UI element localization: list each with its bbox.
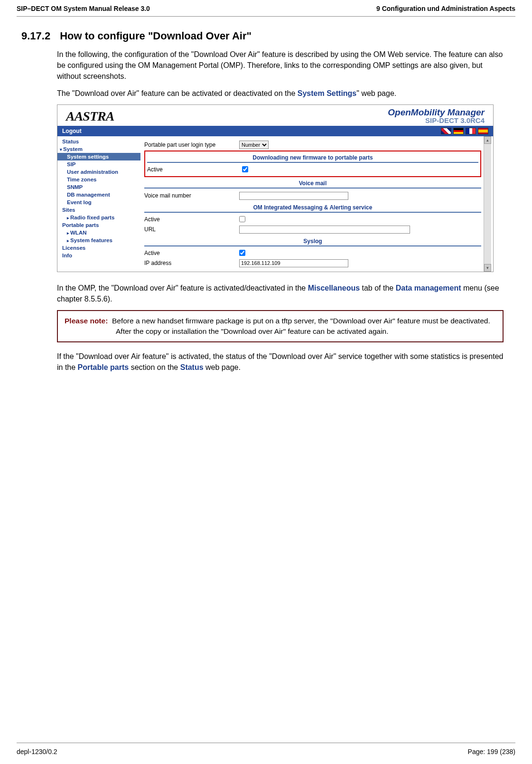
section-heading: 9.17.2 How to configure "Download Over A… — [21, 30, 515, 42]
voicemail-input[interactable] — [239, 192, 348, 200]
active-label-3: Active — [144, 250, 239, 256]
link-system-settings[interactable]: System Settings — [298, 89, 356, 97]
footer-right: Page: 199 (238) — [468, 748, 515, 755]
paragraph-3: In the OMP, the "Download over Air" feat… — [57, 283, 504, 304]
section-title: How to configure "Download Over Air" — [60, 30, 252, 42]
screenshot-system-settings: AASTRA OpenMobility Manager SIP-DECT 3.0… — [57, 104, 494, 272]
active-checkbox-download[interactable] — [242, 166, 248, 172]
nav-info[interactable]: Info — [57, 252, 140, 259]
sidebar-nav: Status System System settings SIP User a… — [57, 136, 140, 272]
active-checkbox-ima[interactable] — [239, 216, 245, 222]
nav-system-settings[interactable]: System settings — [57, 153, 140, 160]
section-header-ima: OM Integrated Messaging & Alerting servi… — [144, 204, 481, 213]
nav-system[interactable]: System — [57, 145, 140, 153]
login-type-select[interactable]: Number — [239, 141, 269, 149]
ip-input[interactable] — [239, 259, 348, 267]
link-portable-parts[interactable]: Portable parts — [78, 363, 129, 371]
nav-portable[interactable]: Portable parts — [57, 221, 140, 229]
nav-radio[interactable]: Radio fixed parts — [57, 214, 140, 221]
nav-status[interactable]: Status — [57, 138, 140, 145]
link-status[interactable]: Status — [180, 363, 204, 371]
section-header-download: Downloading new firmware to portable par… — [147, 154, 478, 163]
note-label: Please note: — [65, 317, 108, 325]
language-flags — [441, 128, 488, 134]
flag-de-icon[interactable] — [453, 128, 464, 134]
ip-label: IP address — [144, 260, 239, 266]
scroll-down-icon[interactable]: ▾ — [484, 264, 491, 272]
voicemail-label: Voice mail number — [144, 192, 239, 199]
url-input[interactable] — [239, 226, 410, 234]
nav-db-mgmt[interactable]: DB management — [57, 191, 140, 198]
nav-licenses[interactable]: Licenses — [57, 244, 140, 252]
paragraph-4: If the "Download over Air feature" is ac… — [57, 351, 504, 373]
header-right: 9 Configuration und Administration Aspec… — [376, 5, 515, 12]
page-footer: depl-1230/0.2 Page: 199 (238) — [17, 743, 515, 755]
flag-fr-icon[interactable] — [466, 128, 476, 134]
active-checkbox-syslog[interactable] — [239, 250, 245, 256]
section-header-syslog: Syslog — [144, 238, 481, 246]
login-type-label: Portable part user login type — [144, 141, 239, 148]
note-box: Please note: Before a new handset firmwa… — [57, 310, 504, 342]
scroll-up-icon[interactable]: ▴ — [484, 136, 491, 144]
nav-snmp[interactable]: SNMP — [57, 183, 140, 191]
paragraph-2: The "Download over Air" feature can be a… — [57, 88, 504, 99]
logout-link[interactable]: Logout — [62, 128, 82, 134]
url-label: URL — [144, 226, 239, 233]
paragraph-1: In the following, the configuration of t… — [57, 49, 504, 82]
brand-logo: AASTRA — [66, 109, 114, 124]
active-label-1: Active — [147, 166, 242, 173]
nav-sip[interactable]: SIP — [57, 160, 140, 168]
nav-user-admin[interactable]: User administration — [57, 168, 140, 176]
footer-left: depl-1230/0.2 — [17, 748, 57, 755]
nav-event-log[interactable]: Event log — [57, 198, 140, 206]
flag-uk-icon[interactable] — [441, 128, 451, 134]
page-header: SIP–DECT OM System Manual Release 3.0 9 … — [17, 5, 515, 17]
nav-sysfeat[interactable]: System features — [57, 236, 140, 244]
app-title: OpenMobility Manager SIP-DECT 3.0RC4 — [388, 108, 485, 124]
screenshot-main: ▴ ▾ Portable part user login type Number… — [140, 136, 493, 272]
flag-es-icon[interactable] — [478, 128, 488, 134]
highlighted-section: Downloading new firmware to portable par… — [144, 151, 481, 177]
link-miscellaneous[interactable]: Miscellaneous — [308, 284, 360, 292]
nav-sites[interactable]: Sites — [57, 206, 140, 214]
link-data-management[interactable]: Data management — [396, 284, 461, 292]
nav-time-zones[interactable]: Time zones — [57, 176, 140, 183]
nav-wlan[interactable]: WLAN — [57, 229, 140, 236]
header-left: SIP–DECT OM System Manual Release 3.0 — [17, 5, 150, 12]
section-header-voicemail: Voice mail — [144, 180, 481, 189]
scrollbar[interactable]: ▴ ▾ — [484, 136, 491, 272]
section-number: 9.17.2 — [21, 30, 57, 42]
note-text: Before a new handset firmware package is… — [112, 317, 490, 335]
active-label-2: Active — [144, 216, 239, 223]
